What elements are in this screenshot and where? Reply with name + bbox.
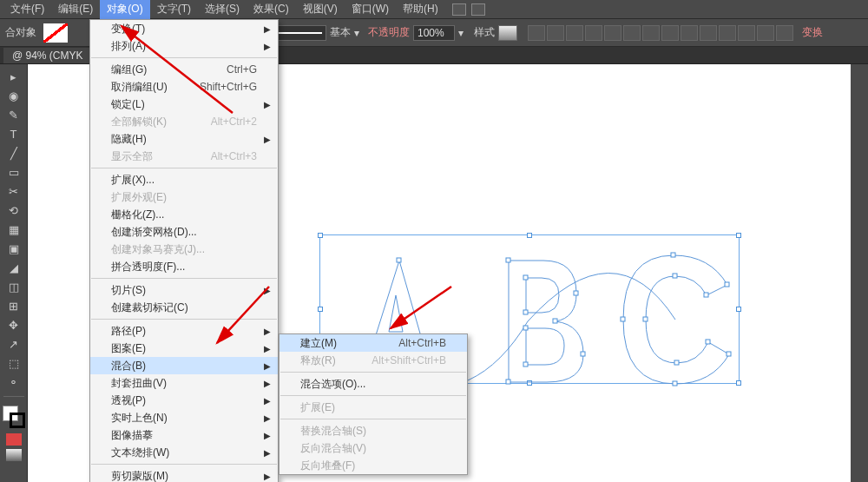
menu-window[interactable]: 窗口(W): [345, 0, 396, 19]
width-tool[interactable]: ▦: [3, 221, 24, 238]
blend-submenu: 建立(M)Alt+Ctrl+B释放(R)Alt+Shift+Ctrl+B混合选项…: [279, 333, 468, 475]
svg-rect-24: [673, 274, 677, 278]
hand-tool[interactable]: ⚬: [3, 373, 24, 391]
menu-item[interactable]: 栅格化(Z)...: [90, 206, 278, 223]
shape-builder-tool[interactable]: ▣: [3, 240, 24, 257]
menu-item[interactable]: 切片(S)▶: [90, 281, 278, 299]
style-swatch[interactable]: [498, 25, 517, 41]
align-btn[interactable]: [700, 25, 717, 41]
gradient-mode-icon[interactable]: [6, 449, 22, 461]
layout-icon[interactable]: [452, 3, 466, 16]
object-menu: 变换(T)▶排列(A)▶编组(G)Ctrl+G取消编组(U)Shift+Ctrl…: [89, 19, 279, 482]
scissors-tool[interactable]: ✂: [3, 182, 24, 200]
menu-item[interactable]: 路径(P)▶: [90, 322, 278, 340]
rectangle-tool[interactable]: ▭: [3, 163, 24, 181]
align-buttons: [528, 25, 793, 41]
menu-item[interactable]: 锁定(L)▶: [90, 96, 278, 113]
menu-item: 释放(R)Alt+Shift+Ctrl+B: [279, 352, 467, 369]
mesh-tool[interactable]: ◫: [3, 278, 24, 295]
menu-item[interactable]: 创建裁切标记(C): [90, 299, 278, 316]
svg-rect-1: [397, 258, 401, 262]
direct-select-tool[interactable]: ◉: [3, 87, 24, 104]
artboard-tool[interactable]: ⬚: [3, 354, 24, 372]
document-tab[interactable]: @ 94% (CMYK: [3, 48, 92, 63]
menu-item[interactable]: 混合选项(O)...: [279, 375, 467, 393]
align-btn[interactable]: [585, 25, 602, 41]
align-btn[interactable]: [719, 25, 736, 41]
submenu-arrow-icon: ▶: [264, 24, 271, 34]
perspective-tool[interactable]: ◢: [3, 259, 24, 276]
type-tool[interactable]: T: [3, 125, 24, 142]
menu-select[interactable]: 选择(S): [198, 0, 247, 19]
align-btn[interactable]: [776, 25, 793, 41]
menu-item[interactable]: 实时上色(N)▶: [90, 409, 278, 426]
align-btn[interactable]: [757, 25, 774, 41]
svg-rect-20: [727, 352, 731, 356]
menu-item[interactable]: 扩展(X)...: [90, 171, 278, 188]
menu-item[interactable]: 图案(E)▶: [90, 340, 278, 357]
menu-item[interactable]: 排列(A)▶: [90, 37, 278, 55]
opacity-field[interactable]: 100%: [413, 25, 455, 41]
align-btn[interactable]: [661, 25, 679, 41]
menu-item[interactable]: 隐藏(H)▶: [90, 130, 278, 148]
menu-item[interactable]: 混合(B)▶: [90, 357, 278, 374]
menu-item: 全部解锁(K)Alt+Ctrl+2: [90, 113, 278, 130]
align-btn[interactable]: [566, 25, 583, 41]
rotate-tool[interactable]: ⟲: [3, 201, 24, 219]
align-btn[interactable]: [547, 25, 564, 41]
transform-label[interactable]: 变换: [802, 25, 823, 40]
stroke-basic-label: 基本: [330, 25, 351, 40]
line-tool[interactable]: ╱: [3, 144, 24, 162]
symbol-tool[interactable]: ↗: [3, 335, 24, 353]
menu-help[interactable]: 帮助(H): [396, 0, 445, 19]
eyedropper-tool[interactable]: ✥: [3, 316, 24, 333]
align-btn[interactable]: [738, 25, 755, 41]
submenu-arrow-icon: ▶: [264, 431, 271, 440]
menu-item[interactable]: 封套扭曲(V)▶: [90, 374, 278, 392]
menu-item[interactable]: 剪切蒙版(M)▶: [90, 467, 278, 482]
menu-item: 扩展外观(E): [90, 188, 278, 206]
menu-edit[interactable]: 编辑(E): [51, 0, 100, 19]
submenu-arrow-icon: ▶: [264, 327, 271, 336]
menu-item[interactable]: 编组(G)Ctrl+G: [90, 61, 278, 78]
fill-swatch[interactable]: [43, 23, 68, 43]
layout-icon[interactable]: [471, 3, 485, 16]
menu-item[interactable]: 变换(T)▶: [90, 20, 278, 37]
menu-item: 显示全部Alt+Ctrl+3: [90, 148, 278, 165]
menu-item: 反向堆叠(F): [279, 457, 467, 474]
selection-tool[interactable]: ▸: [3, 68, 24, 85]
color-mode-icon[interactable]: [6, 433, 22, 446]
submenu-arrow-icon: ▶: [264, 286, 271, 295]
menu-item[interactable]: 图像描摹▶: [90, 426, 278, 444]
menu-item: 创建对象马赛克(J)...: [90, 241, 278, 258]
menu-item[interactable]: 透视(P)▶: [90, 392, 278, 409]
align-btn[interactable]: [604, 25, 621, 41]
submenu-arrow-icon: ▶: [264, 379, 271, 388]
svg-rect-21: [706, 340, 710, 344]
svg-rect-17: [671, 253, 675, 257]
pen-tool[interactable]: ✎: [3, 106, 24, 123]
menu-item[interactable]: 文本绕排(W)▶: [90, 444, 278, 461]
menu-item[interactable]: 创建渐变网格(D)...: [90, 223, 278, 241]
align-btn[interactable]: [528, 25, 545, 41]
menu-item[interactable]: 取消编组(U)Shift+Ctrl+G: [90, 78, 278, 96]
menu-bar: 文件(F) 编辑(E) 对象(O) 文字(T) 选择(S) 效果(C) 视图(V…: [0, 0, 868, 19]
fill-stroke-swatch[interactable]: [3, 406, 25, 428]
menu-object[interactable]: 对象(O): [100, 0, 149, 19]
menu-item[interactable]: 拼合透明度(F)...: [90, 258, 278, 275]
menu-item: 反向混合轴(V): [279, 439, 467, 457]
menu-type[interactable]: 文字(T): [150, 0, 198, 19]
align-btn[interactable]: [681, 25, 698, 41]
submenu-arrow-icon: ▶: [264, 100, 271, 109]
gradient-tool[interactable]: ⊞: [3, 297, 24, 314]
menu-item[interactable]: 建立(M)Alt+Ctrl+B: [279, 334, 467, 352]
menu-file[interactable]: 文件(F): [3, 0, 51, 19]
svg-rect-19: [673, 381, 677, 386]
align-btn[interactable]: [623, 25, 641, 41]
align-btn[interactable]: [642, 25, 660, 41]
menu-view[interactable]: 视图(V): [296, 0, 345, 19]
svg-rect-22: [674, 360, 679, 365]
svg-rect-7: [506, 258, 510, 262]
menu-effect[interactable]: 效果(C): [247, 0, 296, 19]
submenu-arrow-icon: ▶: [264, 472, 271, 481]
